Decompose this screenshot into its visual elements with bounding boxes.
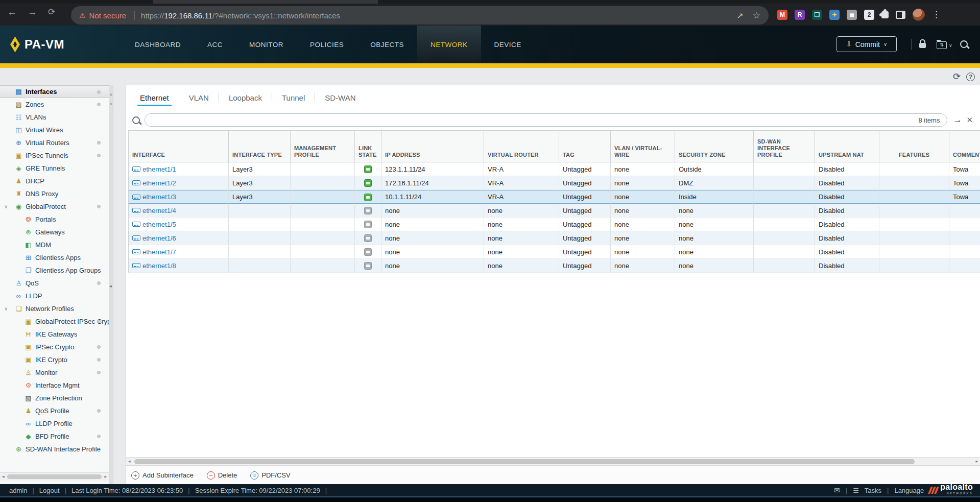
column-header-comment[interactable]: COMMENT: [949, 130, 980, 162]
sidebar-item-ike-gateways[interactable]: ĦIKE Gateways: [0, 328, 109, 341]
sidebar-item-globalprotect-ipsec-crypto[interactable]: ▣GlobalProtect IPSec Crypto: [0, 315, 109, 328]
table-row[interactable]: ethernet1/5nonenoneUntaggednonenoneDisab…: [129, 218, 980, 231]
interface-link[interactable]: ethernet1/8: [132, 262, 225, 270]
sidebar-item-gateways[interactable]: ⊜Gateways: [0, 226, 109, 238]
scroll-right-icon[interactable]: ▸: [104, 474, 107, 479]
scroll-right-icon[interactable]: ▸: [975, 459, 978, 464]
sidebar-item-ipsec-tunnels[interactable]: ▣IPSec Tunnels: [0, 149, 109, 162]
column-header-management-profile[interactable]: MANAGEMENT PROFILE: [291, 130, 355, 162]
global-search-icon[interactable]: [960, 40, 968, 50]
column-header-ip-address[interactable]: IP ADDRESS: [381, 130, 484, 162]
nav-policies[interactable]: POLICIES: [297, 26, 357, 63]
interface-link[interactable]: ethernet1/5: [132, 221, 225, 228]
scrollbar-thumb[interactable]: [7, 474, 102, 479]
sidebar-item-lldp[interactable]: ∞LLDP: [0, 290, 109, 302]
table-row[interactable]: ethernet1/1Layer3123.1.1.11/24VR-AUntagg…: [129, 162, 980, 176]
tasks-icon[interactable]: ☰: [853, 487, 859, 494]
tab-sd-wan[interactable]: SD-WAN: [322, 93, 358, 106]
share-icon[interactable]: ↗: [736, 11, 743, 20]
teal-extension-icon[interactable]: ❐: [812, 10, 822, 20]
nav-device[interactable]: DEVICE: [481, 26, 535, 63]
sidebar-item-ipsec-crypto[interactable]: ▣IPSec Crypto: [0, 341, 109, 353]
table-row[interactable]: ethernet1/6nonenoneUntaggednonenoneDisab…: [129, 231, 980, 245]
table-row[interactable]: ethernet1/3Layer310.1.1.11/24VR-AUntagge…: [129, 190, 980, 204]
sidebar-item-interface-mgmt[interactable]: ⚙Interface Mgmt: [0, 379, 109, 392]
r-extension-icon[interactable]: R: [795, 10, 805, 20]
tab-vlan[interactable]: VLAN: [186, 93, 211, 106]
logout-link[interactable]: Logout: [39, 487, 60, 494]
nav-objects[interactable]: OBJECTS: [357, 26, 417, 63]
sidebar-scrollbar[interactable]: ◂ ▸: [0, 472, 109, 481]
scrollbar-thumb[interactable]: [134, 459, 915, 464]
sidebar-item-globalprotect[interactable]: ∨◉GlobalProtect: [0, 200, 109, 213]
sidebar-item-virtual-routers[interactable]: ⊕Virtual Routers: [0, 136, 109, 149]
blue-mascot-extension-icon[interactable]: ✦: [829, 10, 840, 20]
column-header-tag[interactable]: TAG: [559, 130, 611, 162]
column-header-link-state[interactable]: LINK STATE: [355, 130, 381, 162]
table-scrollbar[interactable]: ◂ ▸: [126, 457, 980, 466]
refresh-icon[interactable]: ⟳: [953, 71, 961, 82]
table-row[interactable]: ethernet1/4nonenoneUntaggednonenoneDisab…: [129, 204, 980, 218]
browser-reload-icon[interactable]: ⟳: [48, 7, 55, 18]
nav-monitor[interactable]: MONITOR: [236, 26, 297, 63]
nav-acc[interactable]: ACC: [194, 26, 236, 63]
chevron-down-icon[interactable]: ∨: [4, 306, 8, 312]
sidebar-item-clientless-app-groups[interactable]: ❐Clientless App Groups: [0, 264, 109, 277]
sidebar-item-vlans[interactable]: ☷VLANs: [0, 111, 109, 124]
sidebar-item-zone-protection[interactable]: ▧Zone Protection: [0, 392, 109, 404]
commit-button[interactable]: ⇩ Commit ∨: [836, 36, 897, 52]
interface-link[interactable]: ethernet1/6: [132, 234, 225, 242]
language-link[interactable]: Language: [894, 487, 924, 494]
table-row[interactable]: ethernet1/7nonenoneUntaggednonenoneDisab…: [129, 245, 980, 259]
column-header-interface-type[interactable]: INTERFACE TYPE: [229, 130, 291, 162]
sidebar-item-monitor[interactable]: ♙Monitor: [0, 366, 109, 379]
sidebar-item-clientless-apps[interactable]: ⊞Clientless Apps: [0, 251, 109, 264]
tab-loopback[interactable]: Loopback: [226, 93, 265, 106]
config-save-load-icon[interactable]: ⇅: [937, 41, 947, 49]
apply-filter-icon[interactable]: →: [953, 115, 962, 125]
browser-forward-icon[interactable]: →: [28, 7, 37, 18]
help-icon[interactable]: ?: [966, 73, 975, 81]
sidebar-item-dhcp[interactable]: ♟DHCP: [0, 175, 109, 187]
side-panel-icon[interactable]: [896, 11, 905, 19]
sidebar-item-ike-crypto[interactable]: ▣IKE Crypto: [0, 353, 109, 366]
column-header-virtual-router[interactable]: VIRTUAL ROUTER: [484, 130, 559, 162]
profile-avatar[interactable]: [913, 9, 925, 21]
sidebar-item-gre-tunnels[interactable]: ◈GRE Tunnels: [0, 162, 109, 175]
browser-back-icon[interactable]: ←: [7, 7, 17, 18]
table-row[interactable]: ethernet1/8nonenoneUntaggednonenoneDisab…: [129, 259, 980, 273]
tab-ethernet[interactable]: Ethernet: [137, 93, 172, 106]
interface-link[interactable]: ethernet1/3: [132, 193, 225, 201]
sidebar-item-qos-profile[interactable]: ♟QoS Profile: [0, 404, 109, 417]
sidebar-item-qos[interactable]: ♙QoS: [0, 277, 109, 290]
tab-tunnel[interactable]: Tunnel: [279, 93, 307, 106]
sidebar-item-sd-wan-interface-profile[interactable]: ⊛SD-WAN Interface Profile: [0, 443, 109, 456]
scroll-left-icon[interactable]: ◂: [128, 459, 131, 464]
column-header-security-zone[interactable]: SECURITY ZONE: [675, 130, 754, 162]
sidebar-item-zones[interactable]: ▨Zones: [0, 98, 109, 111]
column-header-upstream-nat[interactable]: UPSTREAM NAT: [815, 130, 879, 162]
sidebar-item-mdm[interactable]: ◧MDM: [0, 238, 109, 251]
sidebar-item-interfaces[interactable]: ▤Interfaces: [0, 85, 109, 98]
nav-dashboard[interactable]: DASHBOARD: [122, 26, 194, 63]
lock-icon[interactable]: [919, 43, 926, 48]
search-input[interactable]: 8 items: [145, 113, 947, 127]
active-browser-tab[interactable]: [153, 0, 378, 4]
interface-link[interactable]: ethernet1/7: [132, 248, 225, 256]
sidebar-item-lldp-profile[interactable]: ∞LLDP Profile: [0, 417, 109, 430]
sidebar-item-portals[interactable]: ❂Portals: [0, 213, 109, 226]
sidebar-item-virtual-wires[interactable]: ◫Virtual Wires: [0, 124, 109, 136]
mail-extension-icon[interactable]: M: [777, 10, 787, 20]
column-header-vlan-virtual-wire[interactable]: VLAN / VIRTUAL-WIRE: [611, 130, 675, 162]
collapse-sidebar-icon[interactable]: ◂: [109, 283, 112, 289]
sidebar-item-dns-proxy[interactable]: ♜DNS Proxy: [0, 187, 109, 200]
sidebar-item-bfd-profile[interactable]: ◆BFD Profile: [0, 430, 109, 443]
tasks-label[interactable]: Tasks: [865, 487, 881, 494]
pdf-csv-button[interactable]: ≡PDF/CSV: [250, 471, 290, 480]
bookmark-star-icon[interactable]: ☆: [753, 10, 760, 21]
gray-notes-extension-icon[interactable]: ≣: [847, 10, 857, 20]
interface-link[interactable]: ethernet1/4: [132, 207, 225, 214]
nav-network[interactable]: NETWORK: [417, 26, 481, 63]
chevron-down-icon[interactable]: ∨: [949, 43, 952, 48]
delete-button[interactable]: −Delete: [207, 471, 237, 480]
